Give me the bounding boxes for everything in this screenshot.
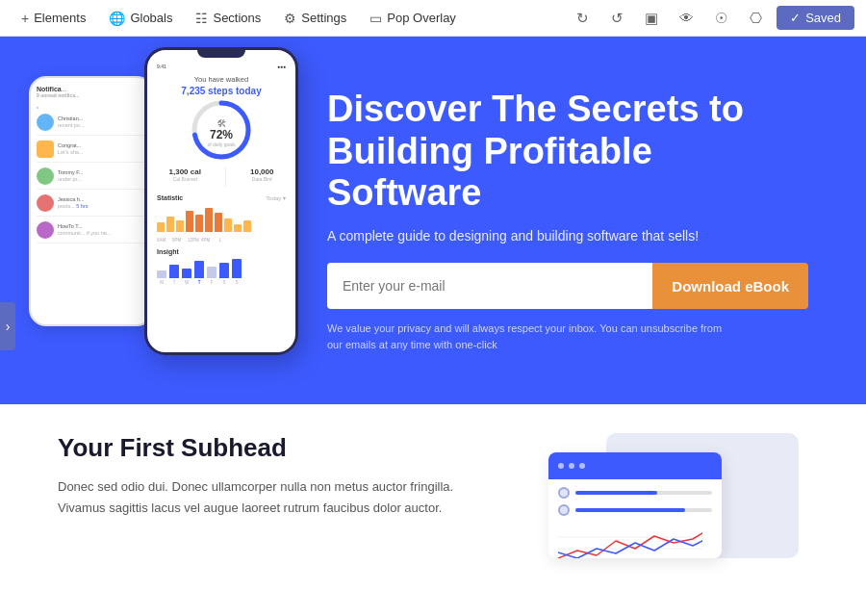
bottom-left: Your First Subhead Donec sed odio dui. D… [58, 433, 500, 587]
circle-progress: 🛠 72% of daily goals [157, 96, 286, 164]
globe-icon: 🌐 [109, 11, 125, 26]
plus-icon: + [21, 11, 29, 26]
settings-label: Settings [301, 11, 346, 25]
overlay-icon: ▭ [369, 11, 382, 26]
bottom-right [539, 433, 808, 587]
bottom-section: Your First Subhead Donec sed odio dui. D… [0, 404, 866, 616]
device-illustration [548, 433, 799, 587]
device-card-header [548, 452, 722, 479]
cal-label: Cal Burned [169, 176, 201, 182]
email-input[interactable] [327, 263, 652, 309]
bar-chart [157, 205, 286, 232]
svg-text:of daily goals: of daily goals [207, 141, 236, 147]
hero-section: Notifica... 9 unread notifica... ‹ Chris… [0, 37, 866, 404]
left-collapse-tab[interactable]: › [0, 302, 15, 350]
globals-button[interactable]: 🌐 Globals [99, 7, 182, 30]
chevron-left-icon: › [6, 319, 11, 334]
cal-value: 1,300 cal [169, 167, 201, 176]
sections-label: Sections [213, 11, 261, 25]
insight-bars [157, 259, 286, 278]
pop-overlay-button[interactable]: ▭ Pop Overlay [360, 7, 466, 30]
download-label: Download eBook [672, 278, 789, 295]
svg-text:72%: 72% [210, 128, 233, 141]
chart-labels: 6AM 9PM 12PM 4PM L [157, 238, 286, 243]
hero-subheading: A complete guide to designing and buildi… [327, 228, 808, 244]
phone-back: Notifica... 9 unread notifica... ‹ Chris… [29, 76, 154, 326]
settings-button[interactable]: ⚙ Settings [274, 7, 356, 30]
data-value: 10,000 [250, 167, 273, 176]
subhead-body: Donec sed odio dui. Donec ullamcorper nu… [58, 476, 500, 519]
phone-front: 9:41 ●●● You have walked 7,235 steps tod… [144, 47, 298, 355]
download-ebook-button[interactable]: Download eBook [652, 263, 808, 309]
phones-container: Notifica... 9 unread notifica... ‹ Chris… [29, 47, 298, 394]
steps-title: You have walked [157, 75, 286, 84]
gear-icon: ⚙ [284, 11, 296, 26]
help-button[interactable]: ☉ [707, 5, 734, 32]
dot-3 [579, 463, 585, 469]
insight-title: Insight [157, 248, 286, 255]
steps-count: 7,235 steps today [157, 86, 286, 96]
phone-status-bar: 9:41 ●●● [157, 64, 286, 69]
main-content: › Notifica... 9 unread notifica... ‹ [0, 37, 866, 616]
hero-text-area: Discover The Secrets to Building Profita… [298, 89, 808, 352]
saved-button[interactable]: ✓ Saved [777, 6, 854, 30]
check-icon: ✓ [790, 11, 801, 25]
saved-label: Saved [805, 11, 841, 25]
notification-item: Congrat...Let's sha... [37, 141, 146, 163]
share-button[interactable]: ⎔ [742, 5, 769, 32]
elements-button[interactable]: + Elements [12, 7, 95, 30]
hero-heading: Discover The Secrets to Building Profita… [327, 89, 808, 215]
toolbar: + Elements 🌐 Globals ☷ Sections ⚙ Settin… [0, 0, 866, 37]
desktop-button[interactable]: ▣ [638, 5, 665, 32]
toolbar-right: ↻ ↺ ▣ 👁 ☉ ⎔ ✓ Saved [569, 5, 854, 32]
sections-icon: ☷ [195, 11, 208, 26]
redo-button[interactable]: ↺ [603, 5, 630, 32]
globals-label: Globals [130, 11, 172, 25]
notifications-header: Notifica... 9 unread notifica... [37, 86, 146, 98]
notification-item: Tommy F...under pr... [37, 167, 146, 190]
phone-notch [197, 50, 245, 58]
email-row: Download eBook [327, 263, 808, 309]
notification-item: Christian...recent po... [37, 114, 146, 136]
sections-button[interactable]: ☷ Sections [186, 7, 270, 30]
undo-button[interactable]: ↻ [569, 5, 596, 32]
device-front-card [548, 452, 722, 558]
privacy-text: We value your privacy and will always re… [327, 321, 731, 352]
stats-row: 1,300 cal Cal Burned 10,000 Data Bird [157, 167, 286, 187]
dot-2 [569, 463, 574, 469]
subhead-title: Your First Subhead [58, 433, 500, 463]
elements-label: Elements [34, 11, 86, 25]
notification-item: Jessica h...posts... 5 hrs [37, 194, 146, 217]
pop-overlay-label: Pop Overlay [387, 11, 456, 25]
data-label: Data Bird [250, 176, 273, 182]
device-card-body [548, 479, 722, 558]
notification-item: HowTo T...communit... if you ne... [37, 221, 146, 244]
statistic-label: Statistic Today ▾ [157, 194, 286, 201]
preview-button[interactable]: 👁 [673, 5, 700, 32]
mini-line-chart [558, 522, 702, 558]
dot-1 [558, 463, 564, 469]
